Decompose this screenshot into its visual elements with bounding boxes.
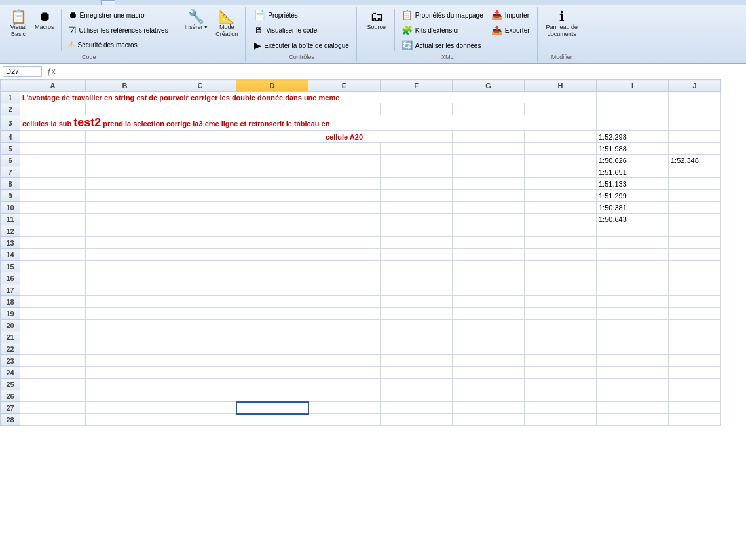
cell-F27[interactable] [381, 402, 453, 414]
cell-H13[interactable] [525, 237, 597, 249]
cell-E6[interactable] [308, 155, 381, 166]
cell-I12[interactable] [597, 225, 669, 237]
cell-G14[interactable] [453, 249, 525, 261]
cell-G20[interactable] [453, 320, 525, 331]
cell-A18[interactable] [20, 296, 86, 308]
cell-E10[interactable] [308, 202, 381, 214]
cell-I22[interactable] [597, 343, 669, 355]
cell-E19[interactable] [308, 308, 381, 320]
tab-insertion[interactable] [14, 0, 29, 5]
cell-D19[interactable] [236, 308, 308, 320]
cell-F9[interactable] [381, 190, 453, 202]
cell-E7[interactable] [308, 166, 381, 178]
cell-A2[interactable] [20, 103, 86, 115]
row-header-14[interactable]: 14 [1, 249, 20, 261]
cell-J20[interactable] [669, 320, 721, 331]
cell-F22[interactable] [381, 343, 453, 355]
cell-D6[interactable] [236, 155, 308, 166]
cell-J6[interactable]: 1:52.348 [669, 155, 721, 166]
cell-F18[interactable] [381, 296, 453, 308]
cell-A11[interactable] [20, 214, 86, 225]
cell-D21[interactable] [236, 331, 308, 343]
cell-J26[interactable] [669, 390, 721, 402]
cell-B6[interactable] [86, 155, 164, 166]
cell-J24[interactable] [669, 367, 721, 379]
cell-G22[interactable] [453, 343, 525, 355]
cell-E9[interactable] [308, 190, 381, 202]
cell-reference-input[interactable] [3, 66, 42, 77]
proprietes-mappage-button[interactable]: 📋 Propriétés du mappage [398, 8, 487, 22]
col-header-C[interactable]: C [164, 80, 236, 92]
cell-F7[interactable] [381, 166, 453, 178]
cell-A1[interactable]: L'avantage de travailler en string est d… [20, 92, 597, 103]
cell-E23[interactable] [308, 355, 381, 367]
cell-D25[interactable] [236, 379, 308, 390]
cell-I3[interactable] [597, 115, 669, 131]
cell-C6[interactable] [164, 155, 236, 166]
cell-H27[interactable] [525, 402, 597, 414]
row-header-10[interactable]: 10 [1, 202, 20, 214]
source-button[interactable]: 🗂 Source [362, 8, 391, 33]
cell-H8[interactable] [525, 178, 597, 190]
cell-F20[interactable] [381, 320, 453, 331]
cell-A22[interactable] [20, 343, 86, 355]
cell-A27[interactable] [20, 402, 86, 414]
cell-G6[interactable] [453, 155, 525, 166]
col-header-J[interactable]: J [669, 80, 721, 92]
row-header-12[interactable]: 12 [1, 225, 20, 237]
row-header-3[interactable]: 3 [1, 115, 20, 131]
row-header-8[interactable]: 8 [1, 178, 20, 190]
cell-G9[interactable] [453, 190, 525, 202]
cell-G26[interactable] [453, 390, 525, 402]
row-header-4[interactable]: 4 [1, 131, 20, 143]
cell-G11[interactable] [453, 214, 525, 225]
cell-A25[interactable] [20, 379, 86, 390]
cell-D18[interactable] [236, 296, 308, 308]
cell-I4[interactable]: 1:52.298 [597, 131, 669, 143]
cell-B10[interactable] [86, 202, 164, 214]
cell-J21[interactable] [669, 331, 721, 343]
row-header-17[interactable]: 17 [1, 284, 20, 296]
cell-A19[interactable] [20, 308, 86, 320]
cell-D11[interactable] [236, 214, 308, 225]
row-header-1[interactable]: 1 [1, 92, 20, 103]
cell-J18[interactable] [669, 296, 721, 308]
row-header-9[interactable]: 9 [1, 190, 20, 202]
cell-E17[interactable] [308, 284, 381, 296]
cell-G17[interactable] [453, 284, 525, 296]
cell-C11[interactable] [164, 214, 236, 225]
cell-B27[interactable] [86, 402, 164, 414]
cell-C25[interactable] [164, 379, 236, 390]
cell-B13[interactable] [86, 237, 164, 249]
cell-A26[interactable] [20, 390, 86, 402]
cell-I18[interactable] [597, 296, 669, 308]
cell-J8[interactable] [669, 178, 721, 190]
cell-J1[interactable] [669, 92, 721, 103]
row-header-2[interactable]: 2 [1, 103, 20, 115]
cell-H2[interactable] [525, 103, 597, 115]
row-header-28[interactable]: 28 [1, 414, 20, 426]
cell-D23[interactable] [236, 355, 308, 367]
cell-E16[interactable] [308, 272, 381, 284]
cell-G19[interactable] [453, 308, 525, 320]
cell-F16[interactable] [381, 272, 453, 284]
inserer-button[interactable]: 🔧 Insérer ▾ [181, 8, 212, 33]
cell-E5[interactable] [308, 143, 381, 155]
cell-B26[interactable] [86, 390, 164, 402]
cell-H12[interactable] [525, 225, 597, 237]
cell-E8[interactable] [308, 178, 381, 190]
cell-J28[interactable] [669, 414, 721, 426]
cell-E25[interactable] [308, 379, 381, 390]
cell-G8[interactable] [453, 178, 525, 190]
cell-D22[interactable] [236, 343, 308, 355]
cell-H18[interactable] [525, 296, 597, 308]
cell-D7[interactable] [236, 166, 308, 178]
cell-A28[interactable] [20, 414, 86, 426]
cell-C9[interactable] [164, 190, 236, 202]
cell-G28[interactable] [453, 414, 525, 426]
row-header-15[interactable]: 15 [1, 261, 20, 272]
row-header-18[interactable]: 18 [1, 296, 20, 308]
cell-F25[interactable] [381, 379, 453, 390]
cell-B15[interactable] [86, 261, 164, 272]
tab-formules[interactable] [43, 0, 58, 5]
